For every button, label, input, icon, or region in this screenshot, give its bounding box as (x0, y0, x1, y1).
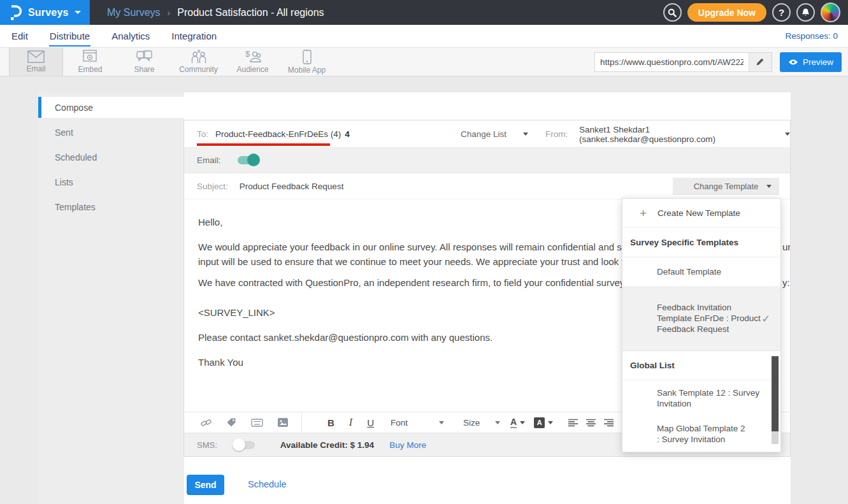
questionpro-logo-icon (8, 4, 22, 21)
channel-tab-embed[interactable]: Embed (63, 48, 117, 76)
product-switcher[interactable]: Surveys (0, 0, 90, 25)
create-new-template-label: Create New Template (658, 207, 740, 219)
sidebar-item-scheduled[interactable]: Scheduled (38, 147, 184, 168)
schedule-link[interactable]: Schedule (248, 479, 286, 489)
subject-label: Subject: (197, 182, 228, 191)
template-item-sank-12[interactable]: Sank Template 12 : Survey Invitation (622, 380, 780, 416)
sms-toggle[interactable] (234, 441, 255, 449)
sidebar-item-templates[interactable]: Templates (38, 196, 184, 217)
distribute-channel-toolbar: Email Embed Share (0, 48, 848, 76)
top-header-bar: Surveys My Surveys › Product Satisfactio… (0, 0, 848, 25)
buy-more-link[interactable]: Buy More (389, 440, 426, 450)
from-label: From: (545, 129, 568, 139)
font-family-select[interactable]: Font (391, 418, 444, 428)
font-size-select[interactable]: Size (463, 418, 495, 428)
font-select-label: Font (391, 418, 408, 428)
dropdown-scrollbar-thumb[interactable] (772, 356, 779, 431)
send-button[interactable]: Send (187, 475, 224, 495)
channel-label: Audience (236, 65, 268, 74)
survey-url-group (594, 52, 772, 72)
editor-format-group: B I U (327, 417, 374, 428)
highlight-color-icon: A (534, 417, 545, 428)
channel-tab-mobile-app[interactable]: Mobile App (280, 48, 334, 76)
channel-tab-audience[interactable]: $ Audience (226, 48, 280, 76)
recipient-list-name[interactable]: Product-Feedback-EnFrDeEs (4) (215, 129, 341, 139)
mobile-phone-icon (303, 50, 312, 64)
chevron-down-icon (785, 133, 790, 136)
create-new-template-item[interactable]: + Create New Template (622, 199, 780, 228)
bell-icon (801, 8, 810, 17)
tab-distribute[interactable]: Distribute (49, 25, 90, 47)
chevron-down-icon (548, 421, 553, 424)
chevron-down-icon (439, 421, 444, 424)
italic-button[interactable]: I (349, 417, 352, 428)
breadcrumb: My Surveys › Product Satisfaction - All … (107, 7, 324, 18)
chevron-down-icon (495, 421, 500, 424)
channel-label: Embed (78, 65, 102, 74)
insert-link-button[interactable] (201, 418, 212, 428)
compose-sidebar: Compose Sent Scheduled Lists Templates (38, 92, 184, 504)
tab-integration[interactable]: Integration (171, 25, 217, 47)
underline-button[interactable]: U (367, 417, 374, 428)
subject-value[interactable]: Product Feedback Request (240, 182, 344, 191)
template-item-map-global-2[interactable]: Map Global Template 2 : Survey Invitatio… (622, 416, 780, 452)
text-color-icon: A (510, 417, 517, 428)
check-icon: ✓ (762, 313, 770, 324)
edit-url-button[interactable] (749, 53, 772, 71)
breadcrumb-my-surveys[interactable]: My Surveys (107, 7, 161, 18)
preview-button[interactable]: Preview (780, 52, 842, 72)
notifications-button[interactable] (796, 3, 815, 22)
channel-tab-email[interactable]: Email (9, 48, 63, 76)
help-button[interactable]: ? (772, 3, 791, 22)
responses-count[interactable]: Responses: 0 (785, 31, 838, 41)
available-credit: Available Credit: $ 1.94 (280, 440, 374, 450)
bold-button[interactable]: B (327, 417, 334, 428)
highlight-color-button[interactable]: A (534, 417, 553, 428)
tag-icon (226, 417, 236, 428)
from-sender-dropdown[interactable]: Sanket1 Shekdar1 (sanket.shekdar@questio… (579, 120, 790, 148)
template-item-test-global-g[interactable]: Test Global Test G : Test PAA G (622, 452, 780, 452)
chevron-down-icon (520, 421, 525, 424)
text-color-button[interactable]: A (510, 417, 525, 428)
insert-image-button[interactable] (278, 418, 288, 427)
product-name: Surveys (28, 7, 69, 18)
avatar[interactable] (821, 3, 840, 22)
template-item-feedback-invitation[interactable]: Feedback Invitation Template EnFrDe : Pr… (622, 286, 780, 351)
channel-tab-share[interactable]: Share (117, 48, 171, 76)
channel-label: Community (179, 65, 218, 74)
image-icon (278, 418, 288, 427)
chevron-down-icon (523, 133, 528, 136)
survey-url-input[interactable] (595, 53, 749, 71)
toggle-knob (233, 438, 245, 451)
from-sender-value: Sanket1 Shekdar1 (sanket.shekdar@questio… (579, 125, 776, 144)
change-template-button[interactable]: Change Template (673, 178, 779, 195)
sidebar-item-compose[interactable]: Compose (38, 97, 184, 118)
sidebar-item-sent[interactable]: Sent (38, 122, 184, 143)
upgrade-now-button[interactable]: Upgrade Now (687, 3, 766, 22)
email-toggle-row: Email: (184, 148, 790, 173)
align-right-button[interactable] (604, 419, 614, 427)
align-left-button[interactable] (568, 419, 578, 427)
channel-label: Mobile App (288, 66, 326, 75)
merge-tag-button[interactable] (226, 417, 236, 428)
align-center-button[interactable] (586, 419, 596, 427)
body-clipped-text: y: (782, 275, 790, 290)
keyboard-button[interactable] (251, 419, 263, 427)
search-button[interactable] (663, 3, 682, 22)
channel-tab-community[interactable]: Community (171, 48, 226, 76)
tab-edit[interactable]: Edit (11, 25, 29, 47)
align-right-icon (604, 419, 614, 427)
tab-analytics[interactable]: Analytics (111, 25, 150, 47)
toggle-knob (247, 154, 260, 166)
svg-text:$: $ (245, 50, 250, 59)
template-item-default[interactable]: Default Template (622, 257, 780, 286)
header-actions: Upgrade Now ? (663, 3, 848, 22)
change-list-dropdown[interactable]: Change List (461, 120, 528, 148)
recipient-underline (197, 143, 330, 146)
email-toggle[interactable] (238, 156, 259, 164)
channel-label: Email (26, 64, 45, 73)
embed-window-icon (83, 50, 98, 64)
sidebar-item-lists[interactable]: Lists (38, 171, 184, 192)
subject-row: Subject: Product Feedback Request Change… (184, 173, 790, 199)
people-group-icon (190, 50, 207, 64)
